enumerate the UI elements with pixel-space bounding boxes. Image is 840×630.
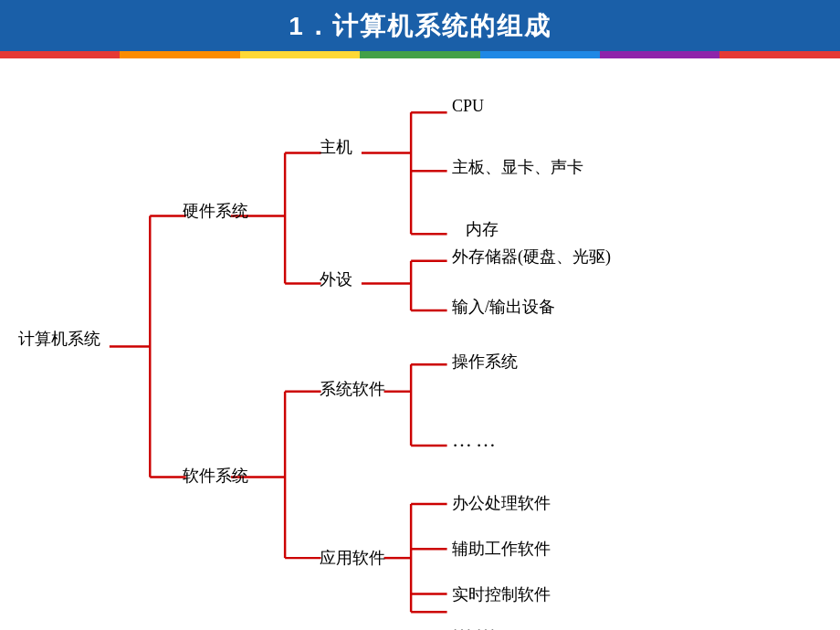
page: 1．计算机系统的组成	[0, 0, 840, 630]
system-software-node: 系统软件	[320, 378, 385, 400]
software-node: 软件系统	[183, 465, 248, 487]
title-bar: 1．计算机系统的组成	[0, 0, 840, 51]
external-storage-node: 外存储器(硬盘、光驱)	[452, 246, 611, 268]
root-node: 计算机系统	[18, 328, 100, 350]
diagram-svg	[0, 58, 840, 630]
peripheral-node: 外设	[320, 268, 352, 290]
cpu-node: CPU	[452, 97, 484, 116]
page-title: 1．计算机系统的组成	[289, 12, 551, 40]
memory-node: 内存	[466, 218, 499, 240]
hardware-node: 硬件系统	[183, 200, 248, 222]
io-devices-node: 输入/输出设备	[452, 296, 555, 318]
office-software-node: 办公处理软件	[452, 492, 551, 514]
mainframe-node: 主机	[320, 136, 352, 158]
dots2-node: ……	[452, 614, 499, 630]
motherboard-node: 主板、显卡、声卡	[452, 156, 583, 178]
realtime-software-node: 实时控制软件	[452, 583, 551, 605]
content-area: 计算机系统 硬件系统 软件系统 主机 外设 系统软件 应用软件 CPU 主板、显…	[0, 58, 840, 630]
dots1-node: ……	[452, 428, 499, 452]
os-node: 操作系统	[452, 351, 518, 373]
auxiliary-software-node: 辅助工作软件	[452, 538, 551, 560]
rainbow-stripe	[0, 51, 840, 58]
app-software-node: 应用软件	[320, 547, 385, 569]
